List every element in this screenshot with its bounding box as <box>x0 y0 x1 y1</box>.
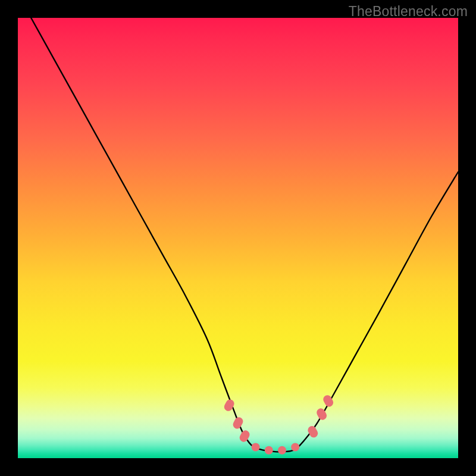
watermark-text: TheBottleneck.com <box>349 4 468 20</box>
highlight-dot <box>278 446 286 455</box>
highlight-dot <box>265 446 273 455</box>
chart-frame: TheBottleneck.com <box>0 0 476 476</box>
bottleneck-curve <box>31 18 458 452</box>
highlight-dot <box>306 424 320 439</box>
highlight-dot <box>291 443 299 452</box>
highlight-dots <box>223 394 334 455</box>
highlight-dot <box>252 443 260 452</box>
highlight-dot <box>231 416 245 430</box>
plot-area <box>18 18 458 458</box>
chart-svg <box>18 18 458 458</box>
highlight-dot <box>238 429 251 443</box>
